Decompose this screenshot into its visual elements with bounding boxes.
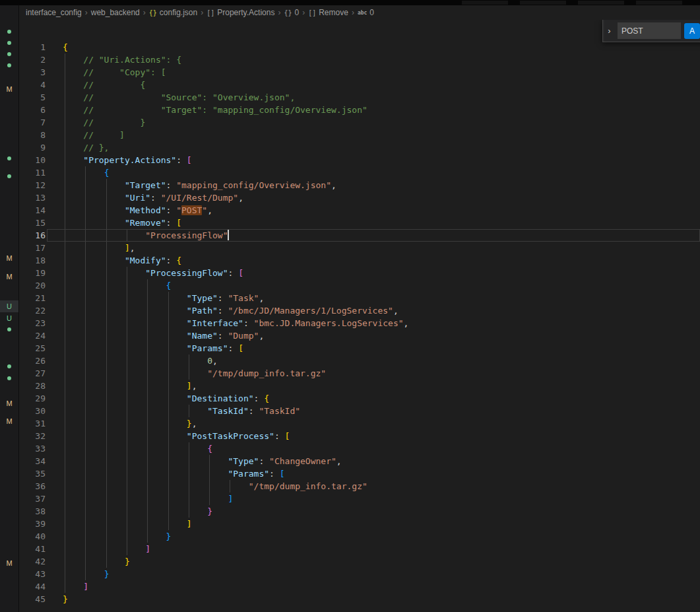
- code-text[interactable]: // "Uri.Actions": {: [63, 53, 700, 66]
- code-text[interactable]: }: [63, 555, 700, 568]
- file-decoration-dot[interactable]: [0, 26, 18, 38]
- line-number[interactable]: 23: [19, 317, 46, 329]
- code-text[interactable]: {: [63, 166, 700, 179]
- code-text[interactable]: "TaskId": "TaskId": [63, 405, 700, 417]
- file-decoration-M[interactable]: M: [0, 83, 18, 95]
- line-number[interactable]: 9: [19, 141, 46, 154]
- line-number[interactable]: 12: [19, 179, 46, 191]
- code-text[interactable]: // },: [63, 141, 700, 154]
- line-number[interactable]: 3: [19, 66, 46, 79]
- file-decoration-dot[interactable]: [0, 360, 18, 372]
- file-decoration-U[interactable]: U: [0, 312, 18, 324]
- file-decoration-dot[interactable]: [0, 372, 18, 384]
- line-number[interactable]: 21: [19, 292, 46, 304]
- code-line[interactable]: 39 ]: [19, 518, 700, 530]
- code-line[interactable]: 40 }: [19, 530, 700, 543]
- code-line[interactable]: 26 0,: [19, 355, 700, 367]
- file-decoration-M[interactable]: M: [0, 271, 18, 283]
- line-number[interactable]: 15: [19, 217, 46, 229]
- code-line[interactable]: 42 }: [19, 555, 700, 568]
- file-decoration-dot[interactable]: [0, 323, 18, 335]
- code-text[interactable]: ]: [63, 580, 700, 593]
- breadcrumb-item[interactable]: interface_config: [25, 8, 82, 17]
- code-text[interactable]: 0,: [63, 355, 700, 367]
- file-decoration-U[interactable]: U: [0, 300, 18, 312]
- code-line[interactable]: 23 "Interface": "bmc.JD.Managers.LogServ…: [19, 317, 700, 329]
- line-number[interactable]: 37: [19, 493, 46, 505]
- breadcrumb-item[interactable]: web_backend: [90, 8, 141, 17]
- line-number[interactable]: 26: [19, 355, 46, 367]
- code-text[interactable]: "Path": "/bmc/JD/Managers/1/LogServices"…: [63, 304, 700, 317]
- code-line[interactable]: 18 "Modify": {: [19, 254, 700, 267]
- line-number[interactable]: 30: [19, 405, 46, 417]
- code-line[interactable]: 10 "Property.Actions": [: [19, 154, 700, 166]
- code-line[interactable]: 25 "Params": [: [19, 342, 700, 355]
- line-number[interactable]: 32: [19, 430, 46, 442]
- line-number[interactable]: 4: [19, 79, 46, 91]
- code-text[interactable]: ]: [63, 493, 700, 505]
- file-decoration-dot[interactable]: [0, 153, 18, 164]
- code-line[interactable]: 45}: [19, 593, 700, 605]
- code-text[interactable]: "Destination": {: [63, 392, 700, 405]
- code-text[interactable]: "Remove": [: [63, 217, 700, 229]
- line-number[interactable]: 28: [19, 380, 46, 392]
- code-line[interactable]: 11 {: [19, 166, 700, 179]
- code-line[interactable]: 34 "Type": "ChangeOwner",: [19, 455, 700, 467]
- code-text[interactable]: "Interface": "bmc.JD.Managers.LogService…: [63, 317, 700, 329]
- code-text[interactable]: }: [63, 593, 700, 605]
- code-line[interactable]: 6 // "Target": "mapping_config/Overview.…: [19, 104, 700, 116]
- line-number[interactable]: 27: [19, 367, 46, 380]
- code-text[interactable]: "Target": "mapping_config/Overview.json"…: [63, 179, 700, 191]
- code-text[interactable]: ],: [63, 380, 700, 392]
- file-decoration-M[interactable]: M: [0, 397, 18, 409]
- breadcrumb-item[interactable]: {}0: [283, 8, 300, 17]
- code-line[interactable]: 1{: [19, 41, 700, 53]
- code-line[interactable]: 35 "Params": [: [19, 467, 700, 480]
- breadcrumb-item[interactable]: []Property.Actions: [206, 8, 275, 17]
- code-line[interactable]: 22 "Path": "/bmc/JD/Managers/1/LogServic…: [19, 304, 700, 317]
- file-decoration-M[interactable]: M: [0, 252, 18, 264]
- code-line[interactable]: 33 {: [19, 442, 700, 455]
- code-text[interactable]: "ProcessingFlow": [63, 229, 700, 242]
- line-number[interactable]: 8: [19, 129, 46, 141]
- code-line[interactable]: 43 }: [19, 568, 700, 580]
- code-text[interactable]: "Method": "POST",: [63, 204, 700, 217]
- code-line[interactable]: 31 },: [19, 417, 700, 430]
- code-line[interactable]: 3 // "Copy": [: [19, 66, 700, 79]
- code-line[interactable]: 4 // {: [19, 79, 700, 91]
- breadcrumb-item[interactable]: {}config.json: [148, 8, 198, 17]
- explorer-sidebar-edge[interactable]: MMMUUMMM: [0, 5, 19, 612]
- line-number[interactable]: 43: [19, 568, 46, 580]
- code-line[interactable]: 2 // "Uri.Actions": {: [19, 53, 700, 66]
- line-number[interactable]: 5: [19, 91, 46, 104]
- chevron-right-icon[interactable]: ›: [603, 20, 614, 42]
- code-line[interactable]: 17 ],: [19, 242, 700, 254]
- code-text[interactable]: "/tmp/dump_info.tar.gz": [63, 480, 700, 493]
- line-number[interactable]: 7: [19, 116, 46, 129]
- code-text[interactable]: }: [63, 505, 700, 518]
- line-number[interactable]: 44: [19, 580, 46, 593]
- line-number[interactable]: 33: [19, 442, 46, 455]
- line-number[interactable]: 39: [19, 518, 46, 530]
- file-decoration-dot[interactable]: [0, 48, 18, 60]
- code-text[interactable]: // {: [63, 79, 700, 91]
- line-number[interactable]: 29: [19, 392, 46, 405]
- code-text[interactable]: "PostTaskProcess": [: [63, 430, 700, 442]
- code-line[interactable]: 15 "Remove": [: [19, 217, 700, 229]
- code-text[interactable]: "Params": [: [63, 467, 700, 480]
- line-number[interactable]: 18: [19, 254, 46, 267]
- code-text[interactable]: "Params": [: [63, 342, 700, 355]
- code-text[interactable]: {: [63, 41, 700, 53]
- code-text[interactable]: ]: [63, 543, 700, 555]
- line-number[interactable]: 17: [19, 242, 46, 254]
- line-number[interactable]: 36: [19, 480, 46, 493]
- line-number[interactable]: 22: [19, 304, 46, 317]
- line-number[interactable]: 24: [19, 329, 46, 342]
- file-decoration-M[interactable]: M: [0, 415, 18, 427]
- code-text[interactable]: "Type": "ChangeOwner",: [63, 455, 700, 467]
- code-line[interactable]: 19 "ProcessingFlow": [: [19, 267, 700, 279]
- line-number[interactable]: 10: [19, 154, 46, 166]
- file-decoration-dot[interactable]: [0, 59, 18, 71]
- file-decoration-dot[interactable]: [0, 170, 18, 182]
- line-number[interactable]: 34: [19, 455, 46, 467]
